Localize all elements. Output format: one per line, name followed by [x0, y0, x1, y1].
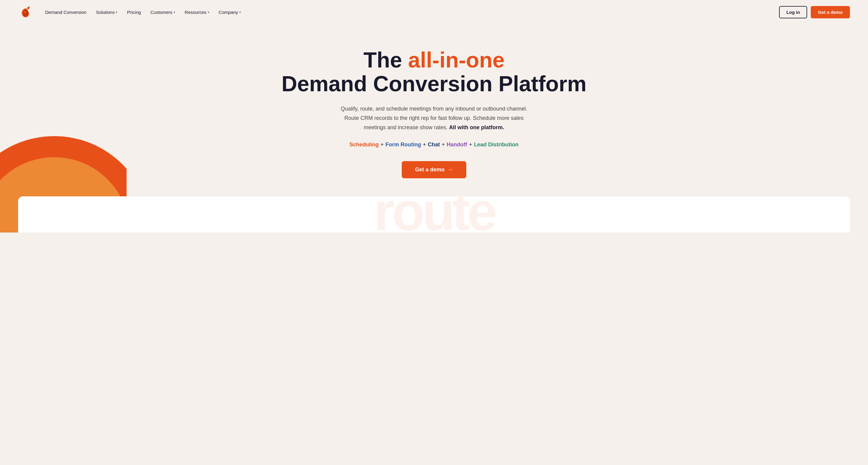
nav-item-company[interactable]: Company ▾: [219, 10, 241, 15]
bottom-card: route: [18, 196, 850, 232]
nav-left: Demand Conversion Solutions ▾ Pricing: [18, 4, 241, 20]
nav-item-pricing[interactable]: Pricing: [127, 10, 141, 15]
nav-right: Log in Get a demo: [779, 6, 850, 19]
nav-demo-button[interactable]: Get a demo: [811, 6, 850, 19]
navbar: Demand Conversion Solutions ▾ Pricing: [0, 0, 868, 24]
feature-pills: Scheduling + Form Routing + Chat + Hando…: [6, 141, 862, 148]
watermark-text: route: [374, 196, 494, 232]
pill-scheduling: Scheduling: [349, 141, 378, 148]
arrow-icon: →: [447, 167, 453, 173]
hero-section: The all-in-one Demand Conversion Platfor…: [0, 24, 868, 196]
login-button[interactable]: Log in: [779, 6, 807, 19]
nav-links: Demand Conversion Solutions ▾ Pricing: [45, 10, 241, 15]
nav-item-resources[interactable]: Resources ▾: [185, 10, 209, 15]
pill-lead-distribution: Lead Distribution: [474, 141, 519, 148]
chevron-down-icon: ▾: [174, 10, 175, 14]
pill-chat: Chat: [428, 141, 440, 148]
hero-subtitle: Qualify, route, and schedule meetings fr…: [332, 104, 536, 132]
pill-form-routing: Form Routing: [385, 141, 421, 148]
nav-item-demand-conversion[interactable]: Demand Conversion: [45, 10, 87, 15]
hero-title: The all-in-one Demand Conversion Platfor…: [6, 48, 862, 96]
hero-demo-button[interactable]: Get a demo →: [402, 161, 466, 178]
nav-item-solutions[interactable]: Solutions ▾: [96, 10, 118, 15]
logo[interactable]: [18, 4, 33, 20]
nav-item-customers[interactable]: Customers ▾: [150, 10, 175, 15]
pill-handoff: Handoff: [447, 141, 467, 148]
chevron-down-icon: ▾: [116, 10, 117, 14]
chevron-down-icon: ▾: [208, 10, 209, 14]
chevron-down-icon: ▾: [239, 10, 241, 14]
